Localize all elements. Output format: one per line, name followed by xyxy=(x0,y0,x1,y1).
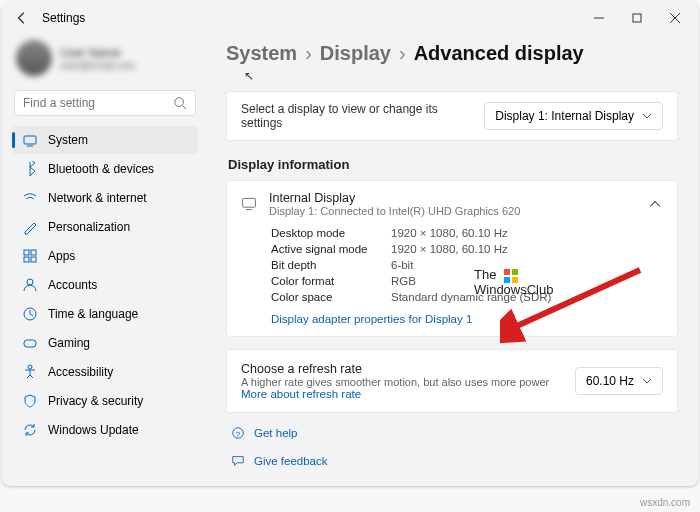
sidebar-item-privacy[interactable]: Privacy & security xyxy=(12,387,198,415)
user-account[interactable]: User Name user@email.com xyxy=(12,34,198,86)
refresh-rate-selector[interactable]: 60.10 Hz xyxy=(575,367,663,395)
sidebar-item-personalize[interactable]: Personalization xyxy=(12,213,198,241)
maximize-button[interactable] xyxy=(618,2,656,34)
sidebar-item-label: Bluetooth & devices xyxy=(48,162,154,176)
left-pane: User Name user@email.com SystemBluetooth… xyxy=(2,34,202,486)
sidebar-item-bluetooth[interactable]: Bluetooth & devices xyxy=(12,155,198,183)
more-about-refresh-link[interactable]: More about refresh rate xyxy=(241,388,361,400)
accessibility-icon xyxy=(22,364,38,380)
crumb-display[interactable]: Display xyxy=(320,42,391,65)
refresh-title: Choose a refresh rate xyxy=(241,362,565,376)
svg-point-15 xyxy=(28,365,32,369)
display-info-card: Internal Display Display 1: Connected to… xyxy=(226,180,678,337)
back-button[interactable] xyxy=(6,11,38,25)
info-key: Color space xyxy=(271,291,391,303)
sidebar-item-label: Network & internet xyxy=(48,191,147,205)
time-icon xyxy=(22,306,38,322)
refresh-sub: A higher rate gives smoother motion, but… xyxy=(241,376,565,400)
search-input[interactable] xyxy=(23,96,173,110)
display-selector[interactable]: Display 1: Internal Display xyxy=(484,102,663,130)
svg-rect-8 xyxy=(24,250,29,255)
window-title: Settings xyxy=(42,11,85,25)
info-key: Bit depth xyxy=(271,259,391,271)
avatar xyxy=(16,40,52,76)
info-value: RGB xyxy=(391,275,663,287)
cursor-icon: ↖ xyxy=(244,69,678,83)
info-key: Color format xyxy=(271,275,391,287)
sidebar-item-label: Apps xyxy=(48,249,75,263)
search-icon xyxy=(173,95,187,111)
update-icon xyxy=(22,422,38,438)
chevron-right-icon: › xyxy=(399,42,406,65)
crumb-system[interactable]: System xyxy=(226,42,297,65)
chevron-down-icon xyxy=(642,376,652,386)
sidebar-item-accounts[interactable]: Accounts xyxy=(12,271,198,299)
site-watermark: wsxdn.com xyxy=(640,497,690,508)
svg-rect-14 xyxy=(24,340,36,347)
title-bar: Settings xyxy=(2,2,698,34)
info-value: 1920 × 1080, 60.10 Hz xyxy=(391,227,663,239)
svg-rect-1 xyxy=(633,14,641,22)
get-help-link[interactable]: Get help xyxy=(254,427,297,439)
system-icon xyxy=(22,132,38,148)
gaming-icon xyxy=(22,335,38,351)
svg-rect-9 xyxy=(31,250,36,255)
sidebar-item-system[interactable]: System xyxy=(12,126,198,154)
sidebar-item-label: Accessibility xyxy=(48,365,113,379)
personalize-icon xyxy=(22,219,38,235)
info-value: 1920 × 1080, 60.10 Hz xyxy=(391,243,663,255)
sidebar-item-time[interactable]: Time & language xyxy=(12,300,198,328)
refresh-rate-card: Choose a refresh rate A higher rate give… xyxy=(226,349,678,413)
svg-rect-11 xyxy=(31,257,36,262)
info-value: 6-bit xyxy=(391,259,663,271)
svg-text:?: ? xyxy=(236,430,241,439)
apps-icon xyxy=(22,248,38,264)
sidebar-item-gaming[interactable]: Gaming xyxy=(12,329,198,357)
section-display-info: Display information xyxy=(228,157,678,172)
user-email: user@email.com xyxy=(60,60,135,71)
sidebar-item-label: Windows Update xyxy=(48,423,139,437)
chevron-up-icon[interactable] xyxy=(647,196,663,212)
page-title: Advanced display xyxy=(414,42,584,65)
user-name: User Name xyxy=(60,46,135,60)
sidebar-item-label: Accounts xyxy=(48,278,97,292)
settings-window: Settings User Name user@email.com System… xyxy=(2,2,698,486)
close-button[interactable] xyxy=(656,2,694,34)
info-value: Standard dynamic range (SDR) xyxy=(391,291,663,303)
select-display-card: Select a display to view or change its s… xyxy=(226,91,678,141)
feedback-icon xyxy=(230,453,246,469)
sidebar-item-label: System xyxy=(48,133,88,147)
bluetooth-icon xyxy=(22,161,38,177)
help-icon: ? xyxy=(230,425,246,441)
select-display-label: Select a display to view or change its s… xyxy=(241,102,474,130)
sidebar-item-update[interactable]: Windows Update xyxy=(12,416,198,444)
breadcrumb: System › Display › Advanced display xyxy=(226,42,678,65)
feedback-row[interactable]: Give feedback xyxy=(226,453,678,469)
wifi-icon xyxy=(22,190,38,206)
chevron-down-icon xyxy=(642,111,652,121)
adapter-properties-link[interactable]: Display adapter properties for Display 1 xyxy=(271,313,472,325)
sidebar-item-label: Personalization xyxy=(48,220,130,234)
svg-line-5 xyxy=(183,106,187,110)
chevron-right-icon: › xyxy=(305,42,312,65)
minimize-button[interactable] xyxy=(580,2,618,34)
sidebar-item-label: Time & language xyxy=(48,307,138,321)
sidebar-item-wifi[interactable]: Network & internet xyxy=(12,184,198,212)
svg-point-12 xyxy=(27,279,33,285)
sidebar-item-apps[interactable]: Apps xyxy=(12,242,198,270)
display-name: Internal Display xyxy=(269,191,635,205)
sidebar-item-accessibility[interactable]: Accessibility xyxy=(12,358,198,386)
get-help-row[interactable]: ? Get help xyxy=(226,425,678,441)
display-sub: Display 1: Connected to Intel(R) UHD Gra… xyxy=(269,205,635,217)
info-key: Desktop mode xyxy=(271,227,391,239)
search-box[interactable] xyxy=(14,90,196,116)
svg-point-4 xyxy=(175,98,184,107)
info-key: Active signal mode xyxy=(271,243,391,255)
sidebar-item-label: Privacy & security xyxy=(48,394,143,408)
sidebar-item-label: Gaming xyxy=(48,336,90,350)
nav-list: SystemBluetooth & devicesNetwork & inter… xyxy=(12,126,198,444)
svg-rect-10 xyxy=(24,257,29,262)
svg-rect-16 xyxy=(243,198,256,207)
privacy-icon xyxy=(22,393,38,409)
feedback-link[interactable]: Give feedback xyxy=(254,455,328,467)
